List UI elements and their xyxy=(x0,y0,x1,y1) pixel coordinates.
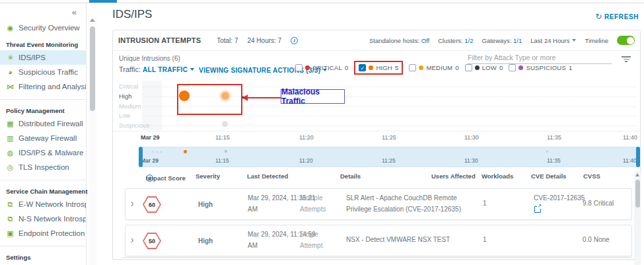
sidebar-item-gateway-firewall[interactable]: ▥ Gateway Firewall xyxy=(0,131,86,145)
intrusion-attempts-panel: INTRUSION ATTEMPTS Total: 7 24 Hours: 7 … xyxy=(112,30,641,260)
panel-header: INTRUSION ATTEMPTS Total: 7 24 Hours: 7 … xyxy=(113,30,640,51)
sidebar-item-label: E-W Network Introspecti... xyxy=(18,200,86,208)
sidebar-item-label: IDS/IPS & Malware Preve... xyxy=(18,149,86,157)
sidebar-item-ids-ips[interactable]: ✳ IDS/IPS xyxy=(0,50,86,65)
traffic-dropdown[interactable]: ALL TRAFFIC xyxy=(143,66,194,73)
high-checkbox[interactable]: ✓ xyxy=(359,64,366,71)
brush-handle-right[interactable] xyxy=(636,147,640,167)
medium-checkbox[interactable] xyxy=(409,64,416,71)
attempt-frequency: Single xyxy=(300,231,318,238)
scrollbar-thumb[interactable] xyxy=(90,26,95,111)
high-dot-icon xyxy=(369,65,373,70)
severity-count: 1 xyxy=(569,64,572,71)
sidebar-item-ns-network-introspection[interactable]: ⧉ N-S Network Introspection xyxy=(0,211,86,226)
endpoint-protection-icon: ▣ xyxy=(6,229,15,238)
severity-label: LOW xyxy=(482,64,497,71)
sidebar-item-label: TLS Inspection xyxy=(18,163,69,171)
impact-score-badge: 60 xyxy=(143,196,161,213)
panel-title: INTRUSION ATTEMPTS xyxy=(118,36,201,44)
severity-filter-group: CRITICAL 0 ✓ HIGH 5 MEDIUM 0 xyxy=(295,64,572,71)
intrusion-point-suspicious-faint[interactable] xyxy=(222,121,228,127)
refresh-icon: ↻ xyxy=(595,12,602,21)
sidebar-item-security-overview[interactable]: ◉ Security Overview xyxy=(0,20,86,35)
external-link-icon[interactable] xyxy=(534,206,541,213)
sidebar-divider xyxy=(0,180,86,180)
details-text: SLR Alert - Apache CouchDB Remote xyxy=(346,194,457,202)
expand-chevron-icon[interactable]: › xyxy=(131,197,133,210)
sidebar-section-threat-event-monitoring: Threat Event Monitoring xyxy=(0,35,86,50)
malicious-traffic-callout: Malacious Traffic xyxy=(281,89,345,104)
malware-prevention-icon: ◍ xyxy=(6,149,15,157)
total-count: Total: 7 xyxy=(217,37,238,44)
filtering-analysis-icon: ⋈ xyxy=(6,83,15,91)
sidebar-scrollbar[interactable] xyxy=(89,16,96,265)
sidebar-nav: ◉ Security Overview Threat Event Monitor… xyxy=(0,19,86,263)
sidebar-item-ew-network-introspection[interactable]: ⧉ E-W Network Introspecti... xyxy=(0,197,86,211)
brush-handle-left[interactable] xyxy=(139,147,143,167)
brush-tick: 11:15 xyxy=(215,157,229,164)
timeline-toggle[interactable] xyxy=(617,36,635,45)
time-range-value: Last 24 Hours xyxy=(530,37,569,44)
ew-introspection-icon: ⧉ xyxy=(6,200,15,209)
standalone-hosts-value[interactable]: Off xyxy=(421,37,430,44)
attempt-frequency: Attempts xyxy=(300,206,326,213)
scrollbar-thumb[interactable] xyxy=(635,180,640,208)
clusters: Clusters: 1/2 xyxy=(438,37,473,44)
refresh-button[interactable]: ↻REFRESH xyxy=(595,12,639,21)
brush-tick: 11:40 xyxy=(623,157,637,164)
workloads-value[interactable]: 1 xyxy=(483,236,487,243)
attack-type-filter: Filter by Attack Type or more xyxy=(468,54,633,64)
sidebar-collapse-icon[interactable]: « xyxy=(72,7,77,17)
sidebar-item-filtering-and-analysis[interactable]: ⋈ Filtering and Analysis xyxy=(0,79,86,94)
time-range-dropdown[interactable]: Last 24 Hours xyxy=(530,37,576,44)
expand-chevron-icon[interactable]: › xyxy=(131,233,133,246)
sidebar-item-label: Filtering and Analysis xyxy=(18,83,86,91)
attempt-frequency: Multiple xyxy=(300,194,322,202)
row-label: High xyxy=(119,93,132,100)
sidebar-item-suspicious-traffic[interactable]: ◕ Suspicious Traffic xyxy=(0,65,86,79)
sidebar: « ◉ Security Overview Threat Event Monit… xyxy=(0,3,87,265)
gateways: Gateways: 1/1 xyxy=(482,37,522,44)
critical-checkbox[interactable] xyxy=(295,64,303,71)
tls-inspection-icon: ◎ xyxy=(6,163,15,172)
intrusion-row-2[interactable]: › 50 High Mar 29, 2024, 11:14:59 AM Sing… xyxy=(125,225,632,256)
suspicious-checkbox[interactable] xyxy=(509,64,516,71)
sidebar-item-distributed-firewall[interactable]: ▦ Distributed Firewall xyxy=(0,116,86,131)
ids-ips-icon: ✳ xyxy=(6,54,15,62)
top-blue-tab-indicator xyxy=(89,0,117,3)
sidebar-item-ids-ips-malware-prevention[interactable]: ◍ IDS/IPS & Malware Preve... xyxy=(0,145,86,160)
severity-count: 0 xyxy=(455,64,458,71)
table-header: Impact Score i Severity Last Detected De… xyxy=(113,170,641,184)
cve-link[interactable]: CVE-2017-12635 xyxy=(534,194,585,202)
page-title: IDS/IPS xyxy=(112,8,152,21)
suspicious-traffic-icon: ◕ xyxy=(6,68,15,76)
info-icon[interactable]: i xyxy=(146,174,153,182)
low-checkbox[interactable] xyxy=(465,64,472,71)
severity-filter-critical: CRITICAL 0 xyxy=(295,64,348,71)
workloads-value[interactable]: 1 xyxy=(483,200,487,207)
standalone-hosts-label: Standalone hosts: xyxy=(369,37,419,44)
severity-label: HIGH xyxy=(376,64,392,71)
gateways-value[interactable]: 1/1 xyxy=(513,37,522,44)
table-scrollbar[interactable] xyxy=(634,170,641,265)
chevron-down-icon xyxy=(572,39,576,42)
sidebar-item-endpoint-protection-rules[interactable]: ▣ Endpoint Protection Rules xyxy=(0,226,86,241)
standalone-hosts: Standalone hosts: Off xyxy=(369,37,429,44)
scroll-up-icon[interactable] xyxy=(635,173,639,176)
axis-tick: 11:15 xyxy=(215,134,230,141)
scroll-up-icon[interactable] xyxy=(90,19,95,22)
sidebar-item-tls-inspection[interactable]: ◎ TLS Inspection xyxy=(0,160,86,174)
traffic-label: Traffic: xyxy=(119,65,141,73)
filter-funnel-icon[interactable] xyxy=(621,55,631,63)
sidebar-section-settings: Settings xyxy=(0,248,86,263)
attack-type-filter-input[interactable]: Filter by Attack Type or more xyxy=(468,54,633,61)
info-icon[interactable]: i xyxy=(291,37,298,44)
axis-tick: 11:25 xyxy=(382,134,396,141)
intrusion-row-1[interactable]: › 60 High Mar 29, 2024, 11:35:21 AM Mult… xyxy=(125,188,632,220)
clusters-value[interactable]: 1/2 xyxy=(464,37,473,44)
cvss-value: 0.0 None xyxy=(583,236,610,243)
axis-date-label: Mar 29 xyxy=(141,134,160,141)
brush-tick: 11:20 xyxy=(299,157,313,164)
last-detected-meridiem: AM xyxy=(248,206,258,213)
toggle-knob xyxy=(627,37,634,44)
